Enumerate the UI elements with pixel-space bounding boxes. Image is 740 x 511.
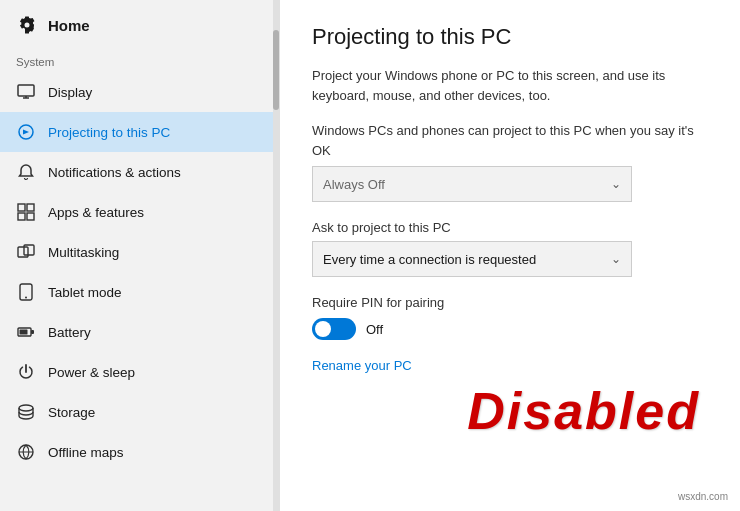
- sidebar-header: Home: [0, 0, 279, 50]
- pin-label: Require PIN for pairing: [312, 295, 708, 310]
- home-title: Home: [48, 17, 90, 34]
- notifications-icon: [16, 162, 36, 182]
- description-1: Project your Windows phone or PC to this…: [312, 66, 708, 105]
- ask-to-project-label: Ask to project to this PC: [312, 220, 708, 235]
- dropdown2-arrow-icon: ⌄: [611, 252, 621, 266]
- display-label: Display: [48, 85, 92, 100]
- power-label: Power & sleep: [48, 365, 135, 380]
- toggle-knob: [315, 321, 331, 337]
- sidebar-item-multitasking[interactable]: Multitasking: [0, 232, 279, 272]
- svg-point-15: [19, 405, 33, 411]
- power-icon: [16, 362, 36, 382]
- sidebar-item-battery[interactable]: Battery: [0, 312, 279, 352]
- scrollbar-thumb[interactable]: [273, 30, 279, 110]
- sidebar: Home System Display Projecting to this P…: [0, 0, 280, 511]
- sidebar-item-offline[interactable]: Offline maps: [0, 432, 279, 472]
- rename-pc-link[interactable]: Rename your PC: [312, 358, 412, 373]
- always-off-value: Always Off: [323, 177, 385, 192]
- multitasking-icon: [16, 242, 36, 262]
- svg-rect-6: [18, 213, 25, 220]
- sidebar-item-power[interactable]: Power & sleep: [0, 352, 279, 392]
- svg-rect-0: [18, 85, 34, 96]
- svg-rect-7: [27, 213, 34, 220]
- projecting-label: Projecting to this PC: [48, 125, 170, 140]
- display-icon: [16, 82, 36, 102]
- svg-rect-14: [20, 330, 28, 335]
- apps-label: Apps & features: [48, 205, 144, 220]
- dropdown1-arrow-icon: ⌄: [611, 177, 621, 191]
- offline-label: Offline maps: [48, 445, 124, 460]
- battery-icon: [16, 322, 36, 342]
- toggle-row: Off: [312, 318, 708, 340]
- pin-toggle[interactable]: [312, 318, 356, 340]
- sidebar-item-tablet[interactable]: Tablet mode: [0, 272, 279, 312]
- gear-icon: [16, 14, 38, 36]
- notifications-label: Notifications & actions: [48, 165, 181, 180]
- storage-icon: [16, 402, 36, 422]
- apps-icon: [16, 202, 36, 222]
- sidebar-item-notifications[interactable]: Notifications & actions: [0, 152, 279, 192]
- connection-dropdown[interactable]: Every time a connection is requested ⌄: [312, 241, 632, 277]
- svg-rect-5: [27, 204, 34, 211]
- sidebar-item-display[interactable]: Display: [0, 72, 279, 112]
- always-off-dropdown[interactable]: Always Off ⌄: [312, 166, 632, 202]
- svg-point-11: [25, 297, 27, 299]
- svg-rect-4: [18, 204, 25, 211]
- sidebar-item-projecting[interactable]: Projecting to this PC: [0, 112, 279, 152]
- system-section-label: System: [0, 50, 279, 72]
- watermark: wsxdn.com: [674, 490, 732, 503]
- toggle-off-label: Off: [366, 322, 383, 337]
- offline-icon: [16, 442, 36, 462]
- page-title: Projecting to this PC: [312, 24, 708, 50]
- storage-label: Storage: [48, 405, 95, 420]
- battery-label: Battery: [48, 325, 91, 340]
- main-content: Projecting to this PC Project your Windo…: [280, 0, 740, 511]
- sidebar-item-storage[interactable]: Storage: [0, 392, 279, 432]
- tablet-label: Tablet mode: [48, 285, 122, 300]
- windows-pc-label: Windows PCs and phones can project to th…: [312, 121, 708, 160]
- multitasking-label: Multitasking: [48, 245, 119, 260]
- sidebar-item-apps[interactable]: Apps & features: [0, 192, 279, 232]
- scrollbar-track[interactable]: [273, 0, 279, 511]
- projecting-icon: [16, 122, 36, 142]
- tablet-icon: [16, 282, 36, 302]
- disabled-text: Disabled: [467, 381, 700, 441]
- pin-section: Require PIN for pairing Off: [312, 295, 708, 340]
- svg-rect-13: [31, 330, 34, 334]
- connection-value: Every time a connection is requested: [323, 252, 536, 267]
